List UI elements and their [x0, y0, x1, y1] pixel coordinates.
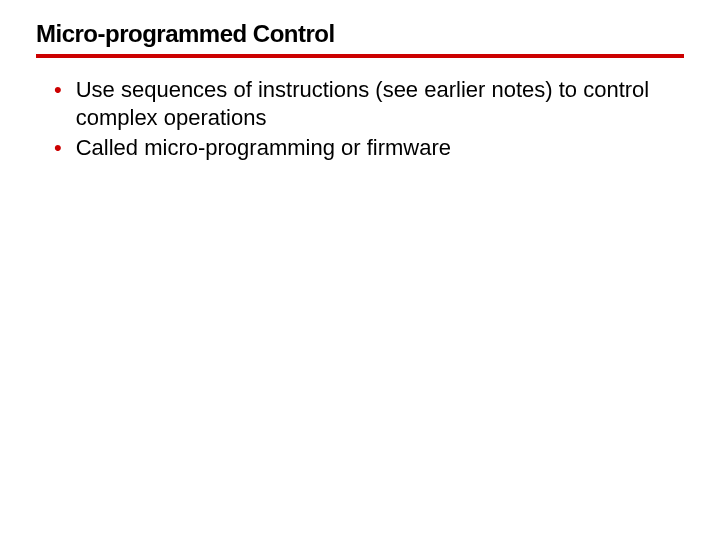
title-underline	[36, 54, 684, 58]
bullet-text: Use sequences of instructions (see earli…	[76, 76, 684, 132]
bullet-list: • Use sequences of instructions (see ear…	[36, 76, 684, 162]
bullet-text: Called micro-programming or firmware	[76, 134, 451, 162]
bullet-icon: •	[54, 134, 62, 162]
list-item: • Called micro-programming or firmware	[54, 134, 684, 162]
list-item: • Use sequences of instructions (see ear…	[54, 76, 684, 132]
slide-title: Micro-programmed Control	[36, 20, 684, 54]
bullet-icon: •	[54, 76, 62, 104]
